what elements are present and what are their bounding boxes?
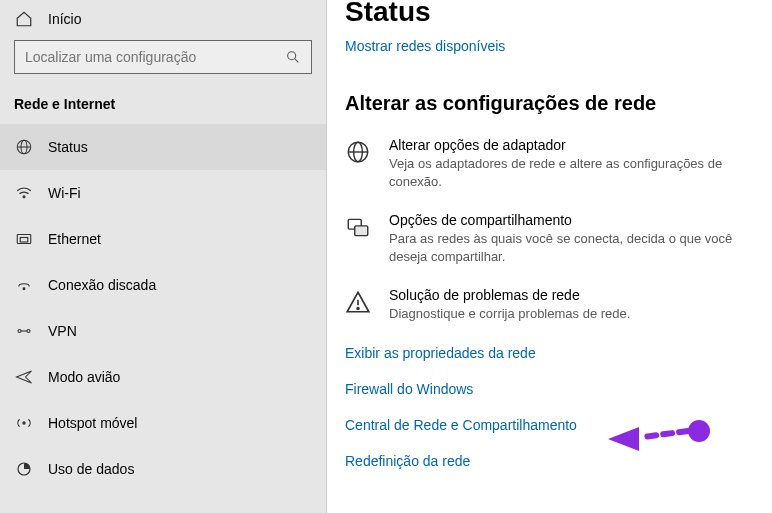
svg-point-5 bbox=[23, 196, 25, 198]
option-sharing[interactable]: Opções de compartilhamento Para as redes… bbox=[345, 212, 772, 265]
search-input[interactable] bbox=[25, 49, 285, 65]
svg-point-9 bbox=[18, 330, 21, 333]
option-desc: Veja os adaptadores de rede e altere as … bbox=[389, 155, 769, 190]
svg-point-12 bbox=[23, 422, 25, 424]
sidebar-item-label: Status bbox=[48, 139, 88, 155]
sidebar-category: Rede e Internet bbox=[0, 92, 326, 124]
ethernet-icon bbox=[14, 230, 34, 248]
svg-point-0 bbox=[288, 52, 296, 60]
link-network-sharing-center[interactable]: Central de Rede e Compartilhamento bbox=[345, 417, 772, 433]
sidebar-item-label: Conexão discada bbox=[48, 277, 156, 293]
option-title: Alterar opções de adaptador bbox=[389, 137, 769, 153]
link-network-properties[interactable]: Exibir as propriedades da rede bbox=[345, 345, 772, 361]
link-network-reset[interactable]: Redefinição da rede bbox=[345, 453, 772, 469]
svg-point-8 bbox=[23, 288, 25, 290]
option-desc: Para as redes às quais você se conecta, … bbox=[389, 230, 769, 265]
airplane-icon bbox=[14, 368, 34, 386]
sidebar-item-dialup[interactable]: Conexão discada bbox=[0, 262, 326, 308]
main-content: Status Mostrar redes disponíveis Alterar… bbox=[327, 0, 772, 513]
adapter-icon bbox=[345, 137, 371, 165]
sidebar-item-label: Ethernet bbox=[48, 231, 101, 247]
vpn-icon bbox=[14, 322, 34, 340]
option-desc: Diagnostique e corrija problemas de rede… bbox=[389, 305, 630, 323]
sidebar-item-label: Modo avião bbox=[48, 369, 120, 385]
sidebar-item-label: Hotspot móvel bbox=[48, 415, 137, 431]
svg-rect-18 bbox=[355, 226, 368, 236]
wifi-icon bbox=[14, 184, 34, 202]
svg-line-1 bbox=[295, 59, 299, 63]
dialup-icon bbox=[14, 276, 34, 294]
sidebar-item-wifi[interactable]: Wi-Fi bbox=[0, 170, 326, 216]
svg-point-20 bbox=[357, 308, 359, 310]
sidebar-item-label: VPN bbox=[48, 323, 77, 339]
svg-point-10 bbox=[27, 330, 30, 333]
sidebar-item-label: Wi-Fi bbox=[48, 185, 81, 201]
show-networks-link[interactable]: Mostrar redes disponíveis bbox=[345, 38, 772, 54]
sidebar-home-label: Início bbox=[48, 11, 81, 27]
option-title: Opções de compartilhamento bbox=[389, 212, 769, 228]
section-title: Alterar as configurações de rede bbox=[345, 92, 772, 115]
option-troubleshoot[interactable]: Solução de problemas de rede Diagnostiqu… bbox=[345, 287, 772, 323]
sidebar-item-status[interactable]: Status bbox=[0, 124, 326, 170]
sidebar-item-airplane[interactable]: Modo avião bbox=[0, 354, 326, 400]
sidebar-item-hotspot[interactable]: Hotspot móvel bbox=[0, 400, 326, 446]
sidebar-item-data-usage[interactable]: Uso de dados bbox=[0, 446, 326, 492]
sharing-icon bbox=[345, 212, 371, 240]
page-title: Status bbox=[345, 0, 772, 28]
search-icon bbox=[285, 49, 301, 65]
search-settings[interactable] bbox=[14, 40, 312, 74]
svg-rect-7 bbox=[20, 238, 28, 243]
warning-icon bbox=[345, 287, 371, 315]
option-adapter[interactable]: Alterar opções de adaptador Veja os adap… bbox=[345, 137, 772, 190]
data-usage-icon bbox=[14, 460, 34, 478]
settings-sidebar: Início Rede e Internet Status Wi-Fi bbox=[0, 0, 327, 513]
home-icon bbox=[14, 10, 34, 28]
hotspot-icon bbox=[14, 414, 34, 432]
globe-icon bbox=[14, 138, 34, 156]
link-windows-firewall[interactable]: Firewall do Windows bbox=[345, 381, 772, 397]
sidebar-home[interactable]: Início bbox=[0, 4, 326, 40]
sidebar-item-ethernet[interactable]: Ethernet bbox=[0, 216, 326, 262]
sidebar-item-label: Uso de dados bbox=[48, 461, 134, 477]
option-title: Solução de problemas de rede bbox=[389, 287, 630, 303]
sidebar-item-vpn[interactable]: VPN bbox=[0, 308, 326, 354]
